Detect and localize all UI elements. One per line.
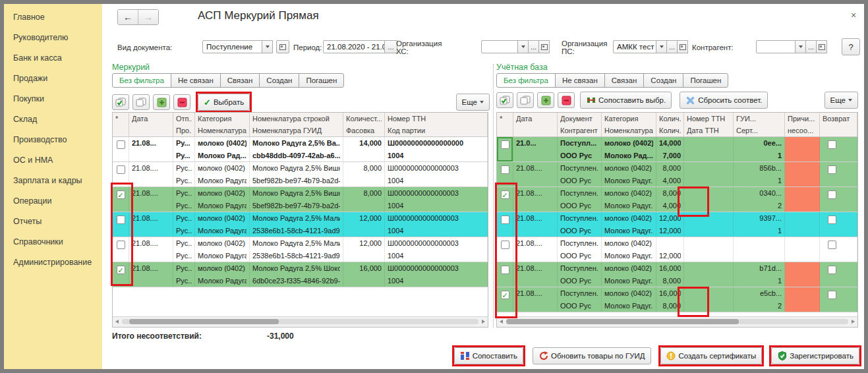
filter-tab[interactable]: Без фильтра: [496, 73, 556, 88]
column-header[interactable]: ДокументКонтрагент: [558, 113, 602, 136]
sidebar-item[interactable]: Банк и касса: [4, 50, 102, 67]
add-icon[interactable]: [153, 94, 170, 110]
cell[interactable]: b71d...1: [734, 262, 785, 287]
cell[interactable]: 16,000: [343, 262, 385, 287]
cell[interactable]: 21.08....: [513, 162, 558, 186]
filter-tab[interactable]: Создан: [259, 73, 299, 88]
filter-tab[interactable]: Связан: [604, 73, 645, 88]
cell[interactable]: молоко (0402)Молоко Радуга...: [195, 162, 250, 186]
column-header[interactable]: Колич...Колич...: [656, 113, 684, 136]
cell[interactable]: [684, 187, 734, 212]
row-select-cell[interactable]: [497, 212, 513, 237]
horizontal-scrollbar[interactable]: [497, 316, 857, 327]
return-checkbox[interactable]: [828, 140, 836, 149]
cell[interactable]: Ш00000000000000031004: [385, 237, 488, 262]
forward-button[interactable]: →: [138, 10, 158, 24]
cell[interactable]: Поступлен...ООО Рус: [558, 187, 602, 212]
cell[interactable]: Ш00000000000000031004: [385, 162, 488, 186]
return-cell[interactable]: [820, 162, 857, 186]
return-checkbox[interactable]: [828, 165, 836, 174]
more-button[interactable]: Еще: [456, 94, 490, 111]
back-button[interactable]: ←: [118, 10, 138, 24]
cell[interactable]: 0340...2: [734, 187, 785, 212]
table-row[interactable]: 21.08....Поступлен...ООО Русмолоко (0402…: [497, 162, 857, 187]
cell[interactable]: 8,0004,000: [656, 162, 684, 186]
counterparty-ellipsis-button[interactable]: ...: [805, 40, 817, 53]
return-checkbox[interactable]: [828, 215, 836, 224]
cell[interactable]: Ш00000000000000031004: [385, 212, 488, 237]
action-button[interactable]: Создать сертификаты: [660, 347, 763, 364]
row-checkbox[interactable]: [501, 215, 509, 224]
cell[interactable]: 8,000: [343, 162, 385, 186]
sidebar-item[interactable]: Покупки: [4, 91, 102, 107]
add-icon[interactable]: [537, 92, 554, 108]
cell[interactable]: молоко (0402)Молоко Радуг...: [602, 212, 656, 237]
open-icon[interactable]: [677, 40, 688, 53]
return-cell[interactable]: [820, 212, 857, 237]
return-checkbox[interactable]: [828, 190, 836, 199]
sidebar-item[interactable]: Зарплата и кадры: [4, 173, 102, 189]
column-header[interactable]: КатегорияНоменклатура: [602, 113, 656, 136]
column-header[interactable]: ГУИ...Серт...: [734, 113, 785, 136]
column-header[interactable]: Количест...Фасовка: [343, 113, 385, 136]
filter-tab[interactable]: Связан: [220, 73, 260, 88]
return-checkbox[interactable]: [828, 291, 836, 299]
remove-icon[interactable]: [173, 94, 190, 110]
cell[interactable]: 21.08....: [129, 262, 173, 287]
close-icon[interactable]: ×: [851, 10, 856, 20]
cell[interactable]: молоко (0402)Молоко Рад...: [602, 137, 656, 161]
table-row[interactable]: 21.0...Поступл...ООО Русмолоко (0402)Мол…: [497, 137, 857, 162]
return-checkbox[interactable]: [828, 241, 836, 249]
sidebar-item[interactable]: Руководителю: [4, 30, 102, 46]
cell[interactable]: Молоко Радуга 2,5% Шоколад6db0ce23-f335-…: [250, 262, 343, 287]
table-row[interactable]: ✓21.08....Рус...Рус...молоко (0402)Молок…: [113, 187, 488, 212]
column-header[interactable]: Причи...несоо...: [785, 113, 820, 136]
cell[interactable]: 8,0004,000: [656, 187, 684, 212]
column-header[interactable]: Номер ТТНДата ТТН: [684, 113, 734, 136]
cell[interactable]: Поступлен...ООО Рус: [558, 162, 602, 186]
cell[interactable]: e5cb...2: [734, 287, 785, 312]
doc-type-value[interactable]: Поступление: [202, 40, 262, 53]
filter-tab[interactable]: Погашен: [683, 73, 728, 88]
row-checkbox[interactable]: [117, 215, 125, 224]
cell[interactable]: Рус...Рус...: [173, 262, 195, 287]
table-row[interactable]: ✓21.08....Рус...Рус...молоко (0402)Молок…: [113, 262, 488, 287]
filter-tab[interactable]: Не связан: [171, 73, 221, 88]
sidebar-item[interactable]: Отчеты: [4, 214, 102, 230]
sidebar-item[interactable]: Операции: [4, 193, 102, 210]
return-checkbox[interactable]: [828, 266, 836, 274]
sidebar-item[interactable]: Производство: [4, 132, 102, 148]
cell[interactable]: Молоко Радуга 2,5% Вишня5bef982b-be97-4b…: [250, 187, 343, 212]
cell[interactable]: Ш00000000000000031004: [385, 262, 488, 287]
action-button[interactable]: Обновить товары по ГУИД: [533, 347, 651, 364]
cell[interactable]: молоко (0402)Молоко Радуг...: [602, 162, 656, 186]
column-header[interactable]: Отп...Про...: [173, 113, 195, 136]
row-checkbox[interactable]: ✓: [501, 190, 509, 199]
more-button[interactable]: Еще: [825, 92, 858, 109]
filter-tab[interactable]: Создан: [643, 73, 683, 88]
uncheck-all-icon[interactable]: [517, 92, 534, 108]
cell[interactable]: Поступлен...ООО Рус: [558, 237, 602, 262]
chevron-down-icon[interactable]: [795, 40, 806, 53]
table-row[interactable]: 21.08....Рус...Рус...молоко (0402)Молоко…: [113, 212, 488, 237]
cell[interactable]: 21.08....: [129, 187, 173, 212]
table-row[interactable]: ✓21.08....Поступлен...ООО Русмолоко (040…: [497, 287, 857, 312]
cell[interactable]: молоко (0402)Молоко Радуга...: [195, 187, 250, 212]
chevron-down-icon[interactable]: [656, 40, 667, 53]
open-icon[interactable]: [276, 40, 289, 53]
cell[interactable]: 12,000: [343, 212, 385, 237]
sidebar-item[interactable]: Продажи: [4, 71, 102, 87]
filter-tab[interactable]: Не связан: [555, 73, 605, 88]
return-cell[interactable]: [820, 287, 857, 312]
cell[interactable]: молоко (0402)Молоко Радуг...: [602, 237, 656, 262]
row-checkbox[interactable]: [117, 140, 125, 149]
open-icon[interactable]: [538, 40, 550, 53]
reset-match-button[interactable]: Сбросить соответ.: [680, 92, 768, 109]
return-cell[interactable]: [820, 137, 857, 161]
chevron-down-icon[interactable]: [262, 40, 273, 53]
return-cell[interactable]: [820, 262, 857, 287]
cell[interactable]: Поступл...ООО Рус: [558, 137, 602, 161]
row-checkbox[interactable]: ✓: [117, 190, 125, 199]
cell[interactable]: Рус...Рус...: [173, 187, 195, 212]
cell[interactable]: Молоко Радуга 2,5% Ва...cbb48ddb-4097-42…: [250, 137, 343, 161]
